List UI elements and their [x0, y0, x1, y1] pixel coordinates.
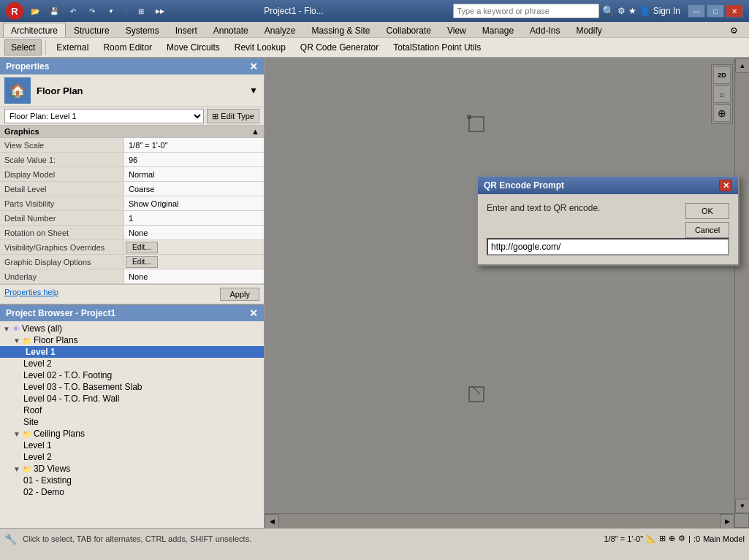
edit-type-button[interactable]: ⊞ Edit Type — [207, 109, 259, 123]
3d-views-label: 3D Views — [34, 464, 70, 474]
level04-label: Level 04 - T.O. Fnd. Wall — [23, 394, 119, 404]
instance-select[interactable]: Floor Plan: Level 1 — [4, 109, 204, 123]
view-icon2[interactable]: ⊕ — [669, 534, 675, 543]
prop-vg-overrides: Visibility/Graphics Overrides Edit... — [0, 240, 264, 255]
tree-level02-footing[interactable]: Level 02 - T.O. Footing — [0, 369, 264, 381]
tree-roof[interactable]: Roof — [0, 404, 264, 416]
prop-rotation-label: Rotation on Sheet — [0, 226, 124, 239]
minimize-btn[interactable]: — — [688, 4, 705, 18]
tree-level03-basement[interactable]: Level 03 - T.O. Basement Slab — [0, 381, 264, 393]
tree-02-demo[interactable]: 02 - Demo — [0, 486, 264, 498]
prop-underlay-value[interactable]: None — [124, 269, 264, 283]
prop-parts-vis-label: Parts Visibility — [0, 196, 124, 210]
toolbar-select[interactable]: Select — [4, 39, 42, 55]
tree-site[interactable]: Site — [0, 416, 264, 428]
ribbon-content: Select External Room Editor Move Circuit… — [0, 38, 749, 58]
qa-extra2[interactable]: ▶▶ — [153, 4, 167, 18]
modal-buttons: OK Cancel — [685, 203, 729, 238]
view-icon3[interactable]: ⚙ — [678, 534, 685, 543]
properties-close[interactable]: ✕ — [249, 61, 258, 72]
tab-addins[interactable]: Add-Ins — [522, 23, 568, 37]
qa-redo[interactable]: ↷ — [85, 4, 99, 18]
view-icon1[interactable]: ⊞ — [659, 534, 666, 543]
properties-help-link[interactable]: Properties help — [4, 288, 58, 301]
toolbar-totalstation[interactable]: TotalStation Point Utils — [387, 39, 487, 55]
tree-01-existing[interactable]: 01 - Existing — [0, 475, 264, 486]
project-browser-header: Project Browser - Project1 ✕ — [0, 305, 264, 321]
toolbar-revit-lookup[interactable]: Revit Lookup — [228, 39, 292, 55]
tree-ceiling-plans[interactable]: ▼ 📁 Ceiling Plans — [0, 428, 264, 440]
modal-close-btn[interactable]: ✕ — [719, 180, 732, 191]
tab-structure[interactable]: Structure — [66, 23, 118, 37]
apply-button[interactable]: Apply — [220, 288, 259, 301]
tab-architecture[interactable]: Architecture — [3, 23, 66, 37]
toolbar-move-circuits[interactable]: Move Circuits — [160, 39, 227, 55]
tree-ceiling-level2[interactable]: Level 2 — [0, 451, 264, 463]
floor-plans-label: Floor Plans — [34, 335, 78, 345]
tree-level2[interactable]: Level 2 — [0, 358, 264, 369]
tree-level04-fnd[interactable]: Level 04 - T.O. Fnd. Wall — [0, 393, 264, 404]
graphics-section-header[interactable]: Graphics ▲ — [0, 126, 264, 138]
type-icon: 🏠 — [4, 77, 31, 104]
ceiling-level1-label: Level 1 — [23, 440, 52, 450]
properties-grid: Graphics ▲ View Scale 1/8" = 1'-0" Scale… — [0, 126, 264, 284]
tab-annotate[interactable]: Annotate — [205, 23, 256, 37]
site-label: Site — [23, 417, 39, 427]
toolbar-qr-code[interactable]: QR Code Generator — [294, 39, 385, 55]
project-browser: Project Browser - Project1 ✕ ▼ 👁 Views (… — [0, 305, 264, 528]
modal-text-input[interactable] — [487, 238, 729, 256]
type-dropdown-btn[interactable]: ▼ — [248, 85, 259, 96]
tab-manage[interactable]: Manage — [474, 23, 522, 37]
prop-view-scale-value[interactable]: 1/8" = 1'-0" — [124, 138, 264, 152]
ceiling-plans-icon: ▼ — [13, 430, 20, 438]
tab-systems[interactable]: Systems — [118, 23, 167, 37]
edit-type-icon: ⊞ — [212, 112, 218, 121]
tab-options[interactable]: ⚙ — [722, 23, 746, 37]
project-browser-close[interactable]: ✕ — [249, 307, 258, 319]
prop-display-model-value[interactable]: Normal — [124, 167, 264, 181]
tab-analyze[interactable]: Analyze — [256, 23, 304, 37]
subscribe-btn[interactable]: ★ — [628, 6, 636, 16]
tree-ceiling-level1[interactable]: Level 1 — [0, 440, 264, 451]
qa-extra[interactable]: ⊞ — [134, 4, 148, 18]
qa-open[interactable]: 📂 — [28, 4, 42, 18]
toolbar-room-editor[interactable]: Room Editor — [96, 39, 159, 55]
qa-save[interactable]: 💾 — [47, 4, 61, 18]
modal-cancel-button[interactable]: Cancel — [685, 222, 729, 238]
prop-scale-value-val[interactable]: 96 — [124, 153, 264, 166]
tab-insert[interactable]: Insert — [167, 23, 205, 37]
toolbar-external[interactable]: External — [50, 39, 95, 55]
close-btn[interactable]: ✕ — [726, 4, 743, 18]
revit-logo[interactable]: R — [6, 2, 23, 20]
tree-views-all[interactable]: ▼ 👁 Views (all) — [0, 323, 264, 334]
sign-in-btn[interactable]: 👤 Sign In — [639, 6, 680, 16]
search-btn[interactable]: 🔍 — [602, 5, 615, 17]
tab-modify[interactable]: Modify — [568, 23, 609, 37]
tab-view[interactable]: View — [439, 23, 474, 37]
prop-rotation-value[interactable]: None — [124, 226, 264, 239]
prop-underlay: Underlay None — [0, 269, 264, 284]
properties-header: Properties ✕ — [0, 58, 264, 74]
level2-label: Level 2 — [23, 358, 52, 369]
tab-massing[interactable]: Massing & Site — [304, 23, 379, 37]
keyword-search[interactable] — [453, 4, 599, 18]
tree-3d-views[interactable]: ▼ 📁 3D Views — [0, 463, 264, 475]
options-btn[interactable]: ⚙ — [617, 6, 626, 16]
tree-floor-plans[interactable]: ▼ 📁 Floor Plans — [0, 334, 264, 346]
prop-scale-value: Scale Value 1: 96 — [0, 153, 264, 167]
prop-detail-level-value[interactable]: Coarse — [124, 182, 264, 196]
vg-edit-button[interactable]: Edit... — [126, 242, 158, 253]
qa-undo[interactable]: ↶ — [66, 4, 80, 18]
main-layout: Properties ✕ 🏠 Floor Plan ▼ Floor Plan: … — [0, 58, 749, 528]
status-bar: 🔧 Click to select, TAB for alternates, C… — [0, 528, 749, 548]
gdo-edit-button[interactable]: Edit... — [126, 256, 158, 268]
prop-detail-num-value[interactable]: 1 — [124, 211, 264, 225]
tab-collaborate[interactable]: Collaborate — [379, 23, 439, 37]
prop-parts-vis-value[interactable]: Show Original — [124, 196, 264, 210]
scale-icon: 📐 — [646, 534, 656, 543]
status-icon: 🔧 — [4, 533, 17, 545]
tree-level1[interactable]: Level 1 — [0, 346, 264, 358]
maximize-btn[interactable]: □ — [707, 4, 724, 18]
qa-more[interactable]: ▼ — [104, 4, 118, 18]
modal-ok-button[interactable]: OK — [685, 203, 729, 219]
